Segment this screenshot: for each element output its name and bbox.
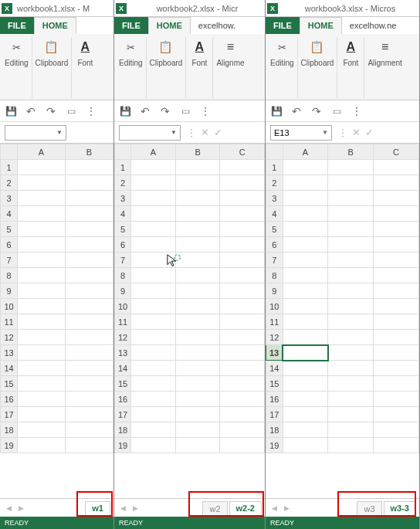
alignment-button[interactable] <box>375 37 395 57</box>
paste-button[interactable] <box>156 37 176 57</box>
row-header[interactable]: 16 <box>266 392 283 407</box>
row-header[interactable]: 10 <box>1 299 18 314</box>
redo-button[interactable] <box>310 105 323 117</box>
titlebar[interactable]: workbook2.xlsx - Micr <box>114 0 265 17</box>
customize-button[interactable] <box>85 105 97 117</box>
sheet-nav-left[interactable]: ◀ <box>269 503 279 514</box>
font-button[interactable] <box>75 37 95 57</box>
row-header[interactable]: 6 <box>115 237 131 253</box>
row-header[interactable]: 10 <box>266 299 283 314</box>
editing-button[interactable] <box>120 37 141 57</box>
row-header[interactable]: 17 <box>115 407 131 422</box>
row-header[interactable]: 5 <box>115 222 131 237</box>
save-button[interactable] <box>119 105 131 117</box>
row-header[interactable]: 6 <box>266 237 283 253</box>
redo-button[interactable] <box>159 105 171 117</box>
editing-button[interactable] <box>6 37 26 57</box>
col-header[interactable]: B <box>175 144 220 160</box>
row-header[interactable]: 14 <box>1 361 18 376</box>
row-header[interactable]: 15 <box>1 376 18 392</box>
row-header[interactable]: 13 <box>1 345 18 361</box>
row-header[interactable]: 17 <box>1 407 18 422</box>
spreadsheet-grid[interactable]: A B C 1 2 3 4 5 6 7 8 9 10 11 12 13 14 1… <box>266 144 419 498</box>
row-header[interactable]: 9 <box>266 283 283 299</box>
undo-button[interactable] <box>25 105 37 117</box>
row-header[interactable]: 11 <box>115 314 131 330</box>
row-header[interactable]: 14 <box>115 361 131 376</box>
font-button[interactable] <box>189 37 209 57</box>
save-button[interactable] <box>5 105 17 117</box>
editing-button[interactable] <box>272 37 292 57</box>
row-header[interactable]: 19 <box>115 438 131 453</box>
col-header[interactable]: A <box>283 144 328 160</box>
redo-button[interactable] <box>45 105 57 117</box>
col-header[interactable]: B <box>328 144 374 160</box>
new-button[interactable] <box>65 105 77 117</box>
paste-button[interactable] <box>42 37 62 57</box>
tab-file[interactable]: FILE <box>266 17 300 34</box>
row-header[interactable]: 9 <box>1 283 18 299</box>
cancel-icon[interactable] <box>201 127 209 138</box>
row-header[interactable]: 16 <box>115 392 131 407</box>
sheet-tab[interactable]: w2 <box>202 501 227 517</box>
font-button[interactable] <box>340 37 361 57</box>
row-header[interactable]: 12 <box>115 330 131 345</box>
chevron-down-icon[interactable]: ▼ <box>322 129 328 136</box>
sheet-tab[interactable]: w3-3 <box>384 501 416 517</box>
spreadsheet-grid[interactable]: A B 1 2 3 4 5 6 7 8 9 10 11 12 13 14 15 … <box>0 144 113 498</box>
row-header[interactable]: 5 <box>1 222 18 237</box>
sheet-nav-right[interactable]: ▶ <box>15 503 26 514</box>
sheet-tab[interactable]: w2-2 <box>229 501 262 517</box>
row-header[interactable]: 12 <box>1 330 18 345</box>
row-header[interactable]: 4 <box>115 206 131 222</box>
col-header[interactable]: A <box>131 144 176 160</box>
row-header[interactable]: 19 <box>1 438 18 453</box>
new-button[interactable] <box>330 105 343 117</box>
row-header[interactable]: 18 <box>115 422 131 438</box>
tab-other[interactable]: excelhow.ne <box>342 17 405 34</box>
chevron-down-icon[interactable]: ▼ <box>171 129 177 136</box>
row-header[interactable]: 9 <box>115 283 131 299</box>
row-header[interactable]: 2 <box>266 175 283 191</box>
customize-button[interactable] <box>199 105 212 117</box>
row-header[interactable]: 4 <box>1 206 18 222</box>
row-header[interactable]: 8 <box>266 268 283 283</box>
customize-button[interactable] <box>351 105 363 117</box>
undo-button[interactable] <box>290 105 303 117</box>
row-header[interactable]: 19 <box>266 438 283 453</box>
row-header[interactable]: 15 <box>115 376 131 392</box>
tab-other[interactable]: excelhow. <box>191 17 243 34</box>
col-header[interactable]: C <box>374 144 419 160</box>
sheet-nav-right[interactable]: ▶ <box>130 503 141 514</box>
row-header[interactable]: 2 <box>1 175 18 191</box>
select-all-corner[interactable] <box>266 144 283 160</box>
row-header[interactable]: 5 <box>266 222 283 237</box>
row-header[interactable]: 3 <box>115 191 131 206</box>
name-box[interactable]: ▼ <box>5 125 66 141</box>
tab-home[interactable]: HOME <box>34 17 76 34</box>
row-header[interactable]: 4 <box>266 206 283 222</box>
sheet-nav-right[interactable]: ▶ <box>281 503 292 514</box>
cancel-icon[interactable] <box>352 127 361 138</box>
row-header[interactable]: 6 <box>1 237 18 253</box>
tab-home[interactable]: HOME <box>148 17 191 34</box>
row-header[interactable]: 1 <box>1 160 18 175</box>
row-header[interactable]: 13 <box>266 345 283 361</box>
row-header[interactable]: 8 <box>115 268 131 283</box>
save-button[interactable] <box>270 105 283 117</box>
row-header[interactable]: 12 <box>266 330 283 345</box>
paste-button[interactable] <box>307 37 327 57</box>
row-header[interactable]: 11 <box>1 314 18 330</box>
col-header[interactable]: C <box>220 144 265 160</box>
row-header[interactable]: 3 <box>1 191 18 206</box>
row-header[interactable]: 17 <box>266 407 283 422</box>
sheet-nav-left[interactable]: ◀ <box>117 503 128 514</box>
row-header[interactable]: 14 <box>266 361 283 376</box>
name-box[interactable]: E13 ▼ <box>270 125 332 141</box>
sheet-nav-left[interactable]: ◀ <box>3 503 14 514</box>
sheet-tab[interactable]: w3 <box>357 501 381 517</box>
row-header[interactable]: 1 <box>115 160 131 175</box>
row-header[interactable]: 7 <box>1 253 18 268</box>
row-header[interactable]: 7 <box>115 253 131 268</box>
row-header[interactable]: 1 <box>266 160 283 175</box>
